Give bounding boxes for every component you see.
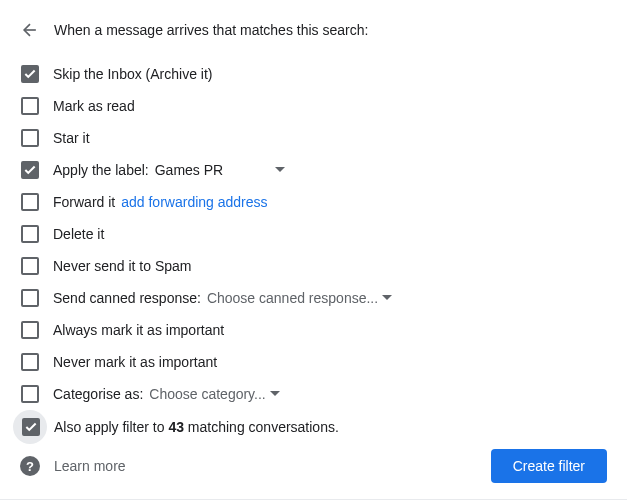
- help-icon[interactable]: ?: [20, 456, 40, 476]
- checkbox-star-it[interactable]: [21, 129, 39, 147]
- option-star-it: Star it: [20, 122, 607, 154]
- option-never-spam: Never send it to Spam: [20, 250, 607, 282]
- link-add-forwarding[interactable]: add forwarding address: [121, 194, 267, 210]
- option-never-important: Never mark it as important: [20, 346, 607, 378]
- footer: ? Learn more Create filter: [0, 433, 627, 500]
- checkbox-categorise[interactable]: [21, 385, 39, 403]
- option-apply-label: Apply the label: Games PR: [20, 154, 607, 186]
- label-never-spam: Never send it to Spam: [53, 258, 192, 274]
- learn-more-link[interactable]: Learn more: [54, 458, 126, 474]
- dropdown-canned-value: Choose canned response...: [207, 290, 378, 306]
- checkbox-skip-inbox[interactable]: [21, 65, 39, 83]
- checkbox-never-spam[interactable]: [21, 257, 39, 275]
- filter-header: When a message arrives that matches this…: [20, 20, 607, 40]
- chevron-down-icon: [270, 389, 280, 399]
- option-forward-it: Forward it add forwarding address: [20, 186, 607, 218]
- dropdown-apply-label-value: Games PR: [155, 162, 223, 178]
- checkbox-apply-label[interactable]: [21, 161, 39, 179]
- dropdown-categorise-value: Choose category...: [149, 386, 265, 402]
- option-categorise: Categorise as: Choose category...: [20, 378, 607, 410]
- label-canned-prefix: Send canned response:: [53, 290, 201, 306]
- label-apply-label-prefix: Apply the label:: [53, 162, 149, 178]
- dropdown-canned-response[interactable]: Choose canned response...: [207, 290, 392, 306]
- checkbox-delete-it[interactable]: [21, 225, 39, 243]
- option-skip-inbox: Skip the Inbox (Archive it): [20, 58, 607, 90]
- create-filter-button[interactable]: Create filter: [491, 449, 607, 483]
- label-forward-it: Forward it: [53, 194, 115, 210]
- filter-options: Skip the Inbox (Archive it) Mark as read…: [20, 58, 607, 444]
- checkbox-mark-read[interactable]: [21, 97, 39, 115]
- label-mark-read: Mark as read: [53, 98, 135, 114]
- dropdown-categorise[interactable]: Choose category...: [149, 386, 279, 402]
- label-star-it: Star it: [53, 130, 90, 146]
- chevron-down-icon: [275, 165, 285, 175]
- chevron-down-icon: [382, 293, 392, 303]
- option-canned-response: Send canned response: Choose canned resp…: [20, 282, 607, 314]
- label-always-important: Always mark it as important: [53, 322, 224, 338]
- dropdown-apply-label[interactable]: Games PR: [155, 162, 285, 178]
- label-never-important: Never mark it as important: [53, 354, 217, 370]
- option-always-important: Always mark it as important: [20, 314, 607, 346]
- option-delete-it: Delete it: [20, 218, 607, 250]
- option-mark-read: Mark as read: [20, 90, 607, 122]
- header-title: When a message arrives that matches this…: [54, 22, 368, 38]
- label-categorise-prefix: Categorise as:: [53, 386, 143, 402]
- back-arrow-icon[interactable]: [20, 20, 40, 40]
- checkbox-forward-it[interactable]: [21, 193, 39, 211]
- checkbox-canned-response[interactable]: [21, 289, 39, 307]
- label-skip-inbox: Skip the Inbox (Archive it): [53, 66, 213, 82]
- label-delete-it: Delete it: [53, 226, 104, 242]
- checkbox-always-important[interactable]: [21, 321, 39, 339]
- checkbox-never-important[interactable]: [21, 353, 39, 371]
